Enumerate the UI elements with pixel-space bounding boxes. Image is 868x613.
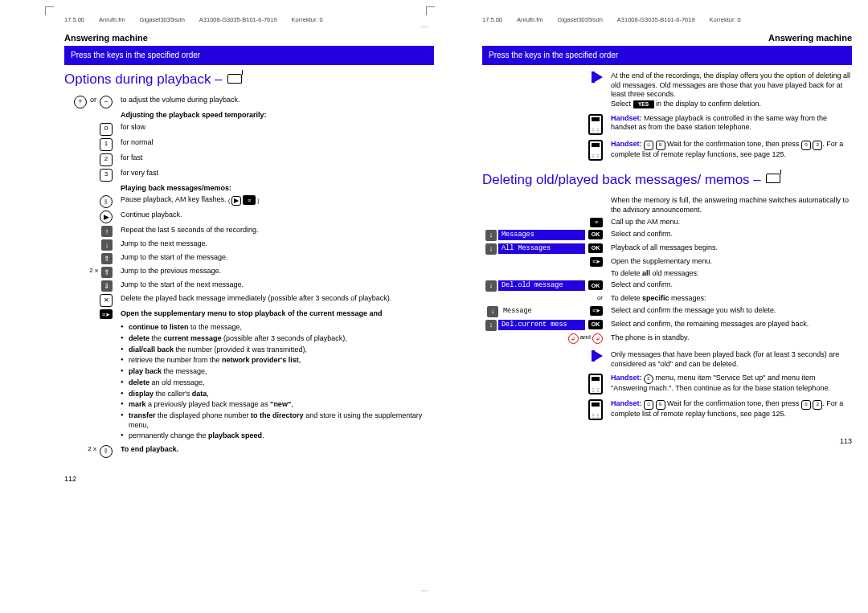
base-icon (227, 74, 242, 85)
page-left: 17.5.00 Anrufb.fm Gigaset3035isdn A31008… (64, 16, 434, 460)
down-arrow-icon: ↓ (485, 230, 497, 241)
up-arrow-icon: ⇑ (101, 253, 113, 264)
page-number: 112 (64, 475, 76, 483)
key-0-icon: 0 (100, 123, 113, 136)
menu-item: Del.current mess (498, 320, 585, 330)
menu-item: Message (500, 306, 587, 317)
menu-item: Messages (498, 230, 585, 240)
key-3-icon: 3 (100, 169, 113, 182)
ok-icon: OK (588, 320, 603, 329)
hangup-icon: ↲ (568, 333, 579, 344)
down-arrow-icon: ↓ (485, 280, 497, 292)
ok-icon: OK (588, 280, 603, 290)
minus-icon: − (100, 96, 113, 108)
pause-icon: ⦀ (100, 195, 113, 208)
hdr-date: 17.5.00 (64, 16, 84, 23)
subhead: Adjusting the playback speed temporarily… (119, 111, 434, 121)
hdr-korr: Korrektur: 0 (292, 16, 323, 23)
menu-icon: ≡➤ (100, 309, 113, 319)
handset-icon (588, 374, 603, 394)
instruction-bar: Press the keys in the specified order (482, 46, 852, 65)
down-arrow-icon: ⇓ (101, 280, 113, 292)
action-list: continue to listen to the message, delet… (121, 323, 434, 441)
handset-icon (588, 399, 603, 420)
play-icon: ▶ (100, 210, 113, 223)
ok-icon: OK (588, 230, 603, 239)
base-icon (766, 174, 780, 186)
key-1-icon: 1 (100, 138, 113, 151)
hdr-file: Anrufb.fm (99, 16, 125, 23)
menu-item: Del.old message (498, 280, 585, 291)
page-right: 17.5.00 Anrufb.fm Gigaset3035isdn A31008… (482, 16, 852, 423)
down-arrow-icon: ↓ (485, 320, 497, 331)
down-arrow-icon: ↓ (101, 239, 113, 251)
center-mark: — (421, 586, 428, 594)
heading-options: Options during playback – (64, 72, 434, 88)
page-number: 113 (840, 437, 852, 445)
handset-icon (588, 114, 603, 135)
down-arrow-icon: ↓ (487, 306, 498, 317)
up-arrow-icon: ⇑ (101, 267, 113, 278)
doc-header: 17.5.00 Anrufb.fm Gigaset3035isdn A31008… (482, 16, 852, 23)
menu-icon: ≡➤ (590, 257, 603, 267)
instruction-bar: Press the keys in the specified order (64, 46, 434, 65)
note-icon (592, 350, 603, 362)
menu-icon: ≡➤ (590, 306, 603, 316)
stop-icon: ⦀ (100, 445, 113, 458)
crop-mark (426, 6, 435, 15)
hdr-doc: A31008-G3035-B101-6-7619 (199, 16, 277, 23)
doc-header: 17.5.00 Anrufb.fm Gigaset3035isdn A31008… (64, 16, 434, 23)
delete-icon: ✕ (100, 294, 113, 307)
up-arrow-icon: ↑ (101, 226, 113, 237)
menu-icon: ≡ (590, 218, 603, 227)
ok-icon: OK (588, 243, 603, 253)
heading-delete: Deleting old/played back messages/ memos… (482, 172, 852, 188)
desc: to adjust the volume during playback. (119, 96, 434, 105)
note-icon (592, 72, 603, 83)
hangup-icon: ↲ (592, 333, 603, 344)
menu-item: All Messages (498, 243, 585, 254)
key-2-icon: 2 (100, 153, 113, 166)
handset-icon (588, 140, 603, 161)
crop-mark (45, 6, 54, 15)
section-title: Answering machine (64, 33, 434, 43)
down-arrow-icon: ↓ (485, 243, 497, 255)
plus-icon: + (74, 96, 87, 108)
section-title: Answering machine (482, 33, 852, 43)
yes-button-icon: YES (633, 100, 654, 108)
subhead: Playing back messages/memos: (119, 184, 434, 194)
hdr-model: Gigaset3035isdn (140, 16, 185, 23)
